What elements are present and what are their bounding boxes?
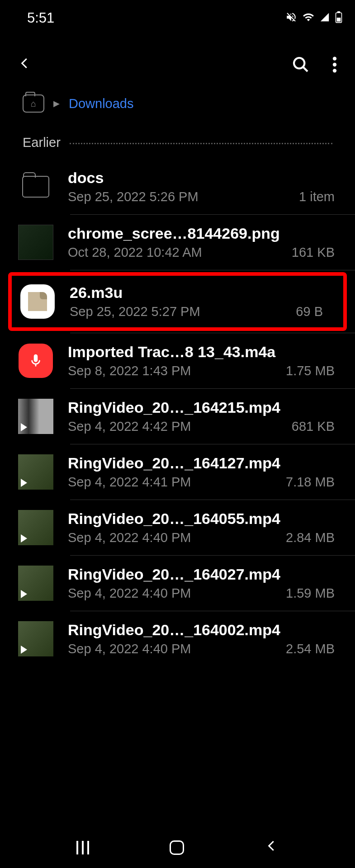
file-details: docsSep 25, 2022 5:26 PM1 item bbox=[68, 169, 355, 204]
battery-icon bbox=[335, 11, 342, 25]
breadcrumb-current[interactable]: Downloads bbox=[69, 96, 133, 111]
file-item[interactable]: RingVideo_20…_164002.mp4Sep 4, 2022 4:40… bbox=[0, 611, 355, 666]
file-name: 26.m3u bbox=[70, 284, 323, 302]
folder-icon bbox=[18, 169, 53, 204]
file-item[interactable]: docsSep 25, 2022 5:26 PM1 item bbox=[0, 159, 355, 214]
file-size: 2.84 MB bbox=[286, 530, 335, 545]
file-size: 69 B bbox=[296, 304, 323, 319]
file-name: chrome_scree…8144269.png bbox=[68, 225, 335, 242]
image-thumbnail bbox=[18, 225, 53, 260]
file-meta: Sep 25, 2022 5:26 PM1 item bbox=[68, 189, 335, 204]
svg-rect-1 bbox=[337, 11, 341, 13]
status-icons bbox=[285, 11, 342, 25]
wifi-icon bbox=[303, 11, 314, 25]
file-size: 161 KB bbox=[292, 245, 335, 260]
file-details: RingVideo_20…_164002.mp4Sep 4, 2022 4:40… bbox=[68, 621, 355, 656]
file-size: 681 KB bbox=[292, 419, 335, 434]
svg-line-4 bbox=[303, 67, 308, 71]
breadcrumb: ▶ Downloads bbox=[0, 85, 355, 126]
file-name: RingVideo_20…_164002.mp4 bbox=[68, 621, 335, 639]
file-item[interactable]: RingVideo_20…_164127.mp4Sep 4, 2022 4:41… bbox=[0, 444, 355, 500]
file-meta: Sep 4, 2022 4:42 PM681 KB bbox=[68, 419, 335, 434]
breadcrumb-separator: ▶ bbox=[53, 99, 60, 108]
file-meta: Sep 4, 2022 4:40 PM1.59 MB bbox=[68, 586, 335, 601]
signal-icon bbox=[320, 12, 330, 24]
file-date: Sep 4, 2022 4:40 PM bbox=[68, 586, 191, 601]
status-bar: 5:51 bbox=[0, 0, 355, 32]
status-time: 5:51 bbox=[27, 10, 54, 26]
file-item[interactable]: chrome_scree…8144269.pngOct 28, 2022 10:… bbox=[0, 215, 355, 270]
file-details: 26.m3uSep 25, 2022 5:27 PM69 B bbox=[70, 284, 343, 319]
file-date: Sep 4, 2022 4:42 PM bbox=[68, 419, 191, 434]
section-label: Earlier bbox=[23, 135, 61, 150]
file-meta: Sep 4, 2022 4:40 PM2.84 MB bbox=[68, 530, 335, 545]
file-details: RingVideo_20…_164027.mp4Sep 4, 2022 4:40… bbox=[68, 566, 355, 601]
search-icon[interactable] bbox=[292, 56, 310, 75]
svg-rect-2 bbox=[337, 18, 341, 22]
file-details: RingVideo_20…_164215.mp4Sep 4, 2022 4:42… bbox=[68, 399, 355, 434]
file-details: chrome_scree…8144269.pngOct 28, 2022 10:… bbox=[68, 225, 355, 260]
video-thumbnail bbox=[18, 399, 53, 434]
svg-point-7 bbox=[333, 69, 336, 72]
file-date: Oct 28, 2022 10:42 AM bbox=[68, 245, 202, 260]
video-thumbnail bbox=[18, 621, 53, 656]
file-icon bbox=[20, 284, 55, 319]
section-dots bbox=[70, 143, 332, 144]
video-thumbnail bbox=[18, 510, 53, 545]
nav-bar bbox=[0, 827, 355, 868]
file-date: Sep 25, 2022 5:27 PM bbox=[70, 304, 200, 319]
back-button[interactable] bbox=[18, 54, 32, 76]
file-item[interactable]: RingVideo_20…_164027.mp4Sep 4, 2022 4:40… bbox=[0, 556, 355, 611]
file-list: docsSep 25, 2022 5:26 PM1 itemchrome_scr… bbox=[0, 159, 355, 666]
section-header: Earlier bbox=[0, 126, 355, 159]
file-item[interactable]: 26.m3uSep 25, 2022 5:27 PM69 B bbox=[8, 272, 347, 331]
app-header bbox=[0, 32, 355, 85]
file-details: RingVideo_20…_164127.mp4Sep 4, 2022 4:41… bbox=[68, 454, 355, 490]
file-meta: Sep 8, 2022 1:43 PM1.75 MB bbox=[68, 363, 335, 378]
file-details: RingVideo_20…_164055.mp4Sep 4, 2022 4:40… bbox=[68, 510, 355, 545]
file-name: RingVideo_20…_164027.mp4 bbox=[68, 566, 335, 583]
file-date: Sep 4, 2022 4:40 PM bbox=[68, 530, 191, 545]
file-meta: Sep 4, 2022 4:40 PM2.54 MB bbox=[68, 642, 335, 656]
divider bbox=[70, 270, 355, 270]
svg-point-6 bbox=[333, 62, 336, 66]
file-size: 1.59 MB bbox=[286, 586, 335, 601]
more-icon[interactable] bbox=[332, 56, 337, 75]
file-meta: Sep 4, 2022 4:41 PM7.18 MB bbox=[68, 475, 335, 490]
video-thumbnail bbox=[18, 566, 53, 601]
file-name: RingVideo_20…_164055.mp4 bbox=[68, 510, 335, 528]
file-size: 2.54 MB bbox=[286, 642, 335, 656]
file-details: Imported Trac…8 13_43.m4aSep 8, 2022 1:4… bbox=[68, 343, 355, 378]
svg-point-3 bbox=[294, 58, 304, 68]
file-item[interactable]: RingVideo_20…_164055.mp4Sep 4, 2022 4:40… bbox=[0, 500, 355, 555]
file-name: RingVideo_20…_164215.mp4 bbox=[68, 399, 335, 416]
file-meta: Sep 25, 2022 5:27 PM69 B bbox=[70, 304, 323, 319]
video-thumbnail bbox=[18, 454, 53, 490]
home-folder-icon[interactable] bbox=[23, 94, 44, 113]
file-name: Imported Trac…8 13_43.m4a bbox=[68, 343, 335, 361]
file-date: Sep 25, 2022 5:26 PM bbox=[68, 189, 199, 204]
file-date: Sep 4, 2022 4:41 PM bbox=[68, 475, 191, 490]
file-date: Sep 8, 2022 1:43 PM bbox=[68, 363, 191, 378]
file-size: 7.18 MB bbox=[286, 475, 335, 490]
file-size: 1.75 MB bbox=[286, 363, 335, 378]
nav-recents-button[interactable] bbox=[76, 841, 89, 854]
file-date: Sep 4, 2022 4:40 PM bbox=[68, 642, 191, 656]
nav-back-button[interactable] bbox=[265, 839, 279, 856]
audio-icon bbox=[18, 343, 53, 378]
file-name: docs bbox=[68, 169, 335, 187]
file-name: RingVideo_20…_164127.mp4 bbox=[68, 454, 335, 472]
mute-icon bbox=[285, 11, 297, 25]
file-item[interactable]: RingVideo_20…_164215.mp4Sep 4, 2022 4:42… bbox=[0, 389, 355, 444]
svg-point-5 bbox=[333, 57, 336, 60]
file-item[interactable]: Imported Trac…8 13_43.m4aSep 8, 2022 1:4… bbox=[0, 333, 355, 388]
nav-home-button[interactable] bbox=[170, 840, 184, 855]
file-meta: Oct 28, 2022 10:42 AM161 KB bbox=[68, 245, 335, 260]
file-size: 1 item bbox=[299, 189, 335, 204]
